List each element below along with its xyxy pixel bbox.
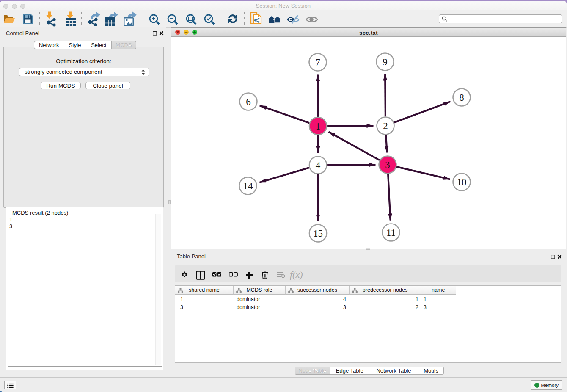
svg-text:8: 8 [459,92,464,103]
svg-text:3: 3 [385,160,390,170]
svg-text:6: 6 [246,97,251,107]
svg-text:7: 7 [315,57,320,68]
svg-text:10: 10 [457,177,467,188]
svg-text:14: 14 [243,181,253,191]
svg-text:1: 1 [316,121,321,132]
svg-text:15: 15 [313,228,323,239]
svg-text:4: 4 [316,160,321,171]
svg-text:2: 2 [383,121,388,131]
svg-text:11: 11 [386,227,396,238]
svg-text:9: 9 [383,57,388,67]
